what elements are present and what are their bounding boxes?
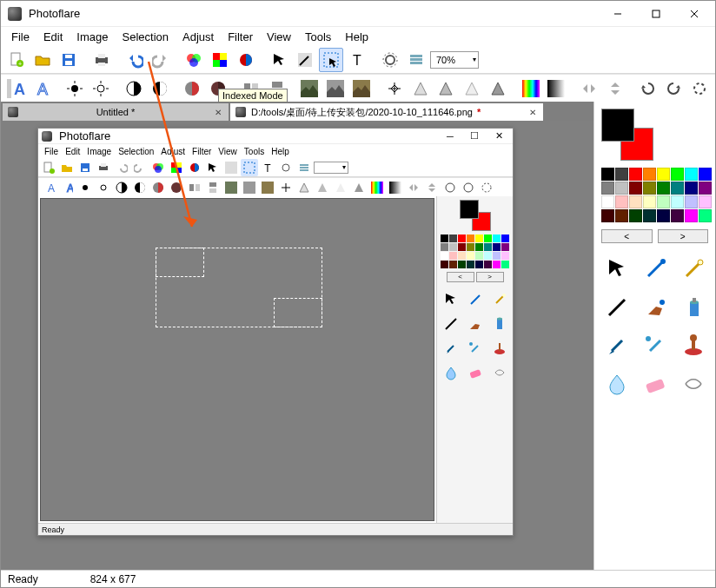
palette-swatch[interactable] — [699, 168, 712, 181]
palette-swatch[interactable] — [643, 195, 656, 208]
tab-screenshot[interactable]: D:/tools/桌面/待上传安装包/2020-10-10_111646.png… — [230, 103, 543, 121]
wand-tool-icon[interactable] — [293, 48, 317, 72]
menu-view[interactable]: View — [262, 29, 296, 45]
menu-tools[interactable]: Tools — [300, 29, 336, 45]
mirror-h-icon[interactable] — [577, 76, 601, 101]
zoom-selector[interactable]: 70%▾ — [430, 51, 479, 69]
palette-swatch[interactable] — [657, 182, 670, 195]
palette-swatch[interactable] — [685, 182, 698, 195]
smudge-tool-icon[interactable] — [678, 368, 709, 400]
palette-swatch[interactable] — [699, 195, 712, 208]
blur-tool-icon[interactable] — [601, 368, 633, 400]
redo-icon[interactable] — [149, 48, 173, 72]
menu-help[interactable]: Help — [340, 29, 374, 45]
filter-3-icon[interactable] — [349, 76, 374, 101]
palette-swatch[interactable] — [629, 168, 642, 181]
crop-icon[interactable] — [382, 76, 407, 101]
brightness-down-icon[interactable] — [89, 76, 113, 101]
rotate-free-icon[interactable] — [687, 76, 712, 101]
minimize-button[interactable] — [599, 2, 637, 26]
palette-swatch[interactable] — [699, 209, 712, 222]
palette-swatch[interactable] — [615, 182, 628, 195]
text-outline-a-icon[interactable]: A — [30, 76, 55, 101]
palette-prev-button[interactable]: < — [601, 229, 653, 243]
palette-swatch[interactable] — [657, 195, 670, 208]
eyedropper-tool-icon[interactable] — [640, 254, 671, 285]
palette-swatch[interactable] — [657, 209, 670, 222]
menu-adjust[interactable]: Adjust — [177, 29, 219, 45]
palette-swatch[interactable] — [699, 182, 712, 195]
sharpen-1-icon[interactable] — [408, 76, 433, 101]
filter-2-icon[interactable] — [323, 76, 348, 101]
tab-untitled[interactable]: Untitled * ✕ — [3, 103, 229, 121]
open-file-icon[interactable] — [30, 48, 55, 72]
palette-swatch[interactable] — [629, 195, 642, 208]
print-icon[interactable] — [90, 48, 114, 72]
brightness-up-icon[interactable] — [63, 76, 88, 101]
palette-swatch[interactable] — [601, 195, 614, 208]
canvas-viewport[interactable]: Photoflare ─ ☐ ✕ FileEditImageSelectionA… — [1, 121, 593, 570]
brush-tool-icon[interactable] — [640, 330, 671, 361]
menu-file[interactable]: File — [6, 29, 35, 45]
magic-wand-tool-icon[interactable] — [678, 254, 709, 285]
sharpen-4-icon[interactable] — [486, 76, 510, 101]
mirror-v-icon[interactable] — [603, 76, 627, 101]
palette-next-button[interactable]: > — [658, 229, 709, 243]
spraycan-tool-icon[interactable] — [678, 292, 709, 323]
palette-swatch[interactable] — [615, 209, 628, 222]
rotate-ccw-icon[interactable] — [636, 76, 660, 101]
pointer-tool-icon[interactable] — [267, 48, 291, 72]
maximize-button[interactable] — [637, 2, 675, 26]
bucket-tool-icon[interactable] — [640, 292, 671, 323]
menu-filter[interactable]: Filter — [222, 29, 258, 45]
palette-swatch[interactable] — [601, 209, 614, 222]
save-icon[interactable] — [56, 48, 81, 72]
new-file-icon[interactable]: + — [4, 48, 29, 72]
palette-swatch[interactable] — [601, 182, 614, 195]
palette-swatch[interactable] — [643, 209, 656, 222]
palette-swatch[interactable] — [671, 168, 684, 181]
saturation-icon[interactable] — [181, 76, 205, 101]
palette-swatch[interactable] — [601, 168, 614, 181]
palette-swatch[interactable] — [629, 182, 642, 195]
pen-tool-icon[interactable] — [601, 330, 633, 361]
undo-icon[interactable] — [123, 48, 147, 72]
cursor-tool-icon[interactable] — [601, 254, 633, 285]
palette-swatch[interactable] — [685, 168, 698, 181]
text-blue-a-icon[interactable]: A — [4, 76, 29, 101]
tab-close-icon[interactable]: ✕ — [527, 107, 538, 117]
rgb-mode-icon[interactable] — [182, 48, 206, 72]
palette-swatch[interactable] — [629, 209, 642, 222]
indexed-mode-icon[interactable] — [208, 48, 232, 72]
sharpen-2-icon[interactable] — [434, 76, 458, 101]
menu-image[interactable]: Image — [71, 29, 113, 45]
filter-1-icon[interactable] — [298, 76, 322, 101]
menu-edit[interactable]: Edit — [38, 29, 68, 45]
palette-swatch[interactable] — [615, 168, 628, 181]
stamp-tool-icon[interactable] — [678, 330, 709, 361]
line-tool-icon[interactable] — [601, 292, 633, 323]
hue-icon[interactable] — [519, 76, 543, 101]
palette-swatch[interactable] — [643, 168, 656, 181]
tab-close-icon[interactable]: ✕ — [213, 107, 223, 117]
palette-swatch[interactable] — [615, 195, 628, 208]
select-tool-icon[interactable] — [319, 48, 343, 72]
sharpen-3-icon[interactable] — [460, 76, 484, 101]
palette-swatch[interactable] — [685, 209, 698, 222]
settings-icon[interactable] — [378, 48, 402, 72]
eraser-tool-icon[interactable] — [640, 368, 671, 400]
palette-swatch[interactable] — [671, 182, 684, 195]
color-palette[interactable] — [601, 168, 708, 222]
text-tool-icon[interactable]: T — [345, 48, 369, 72]
palette-swatch[interactable] — [685, 195, 698, 208]
contrast-icon[interactable] — [122, 76, 146, 101]
contrast-inv-icon[interactable] — [148, 76, 172, 101]
palette-swatch[interactable] — [643, 182, 656, 195]
fg-bg-color-swatch[interactable] — [601, 109, 653, 161]
rotate-cw-icon[interactable] — [662, 76, 686, 101]
palette-swatch[interactable] — [657, 168, 670, 181]
close-button[interactable] — [675, 2, 713, 26]
grayscale-grad-icon[interactable] — [545, 76, 569, 101]
palette-swatch[interactable] — [671, 209, 684, 222]
menu-selection[interactable]: Selection — [117, 29, 174, 45]
